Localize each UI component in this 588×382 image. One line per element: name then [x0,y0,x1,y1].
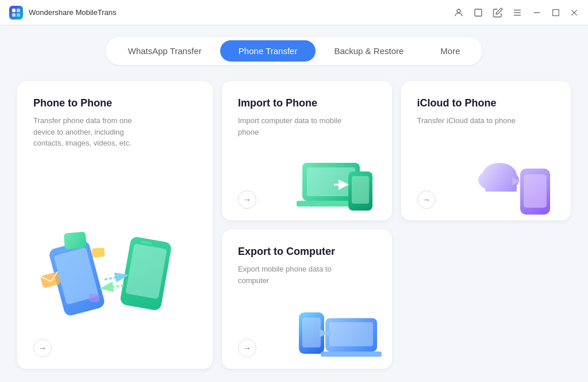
titlebar: Wondershare MobileTrans [0,0,588,25]
svg-rect-0 [12,9,16,12]
window-icon[interactable] [473,7,483,18]
minimize-button[interactable] [532,7,542,18]
svg-rect-5 [475,9,482,16]
svg-rect-39 [329,322,373,346]
maximize-button[interactable] [551,8,560,17]
tab-backup[interactable]: Backup & Restore [316,40,422,62]
app-title: Wondershare MobileTrans [29,8,116,17]
svg-rect-23 [91,247,105,258]
account-icon[interactable] [454,7,464,18]
svg-rect-24 [89,293,100,303]
app-icon [9,6,23,20]
card-export-arrow[interactable]: → [238,339,256,357]
phone-to-phone-illustration [29,213,201,340]
card-icloud-to-phone[interactable]: iCloud to Phone Transfer iCloud data to … [401,81,571,220]
card-phone-to-phone-arrow[interactable]: → [33,339,52,357]
card-icloud-title: iCloud to Phone [417,97,555,109]
nav-tabs: WhatsApp Transfer Phone Transfer Backup … [106,37,482,65]
cards-grid: Phone to Phone Transfer phone data from … [17,81,571,369]
svg-rect-10 [553,9,559,16]
card-import-arrow[interactable]: → [238,190,256,209]
menu-icon[interactable] [512,7,522,18]
titlebar-controls [454,7,579,18]
svg-rect-37 [302,318,321,347]
svg-rect-26 [307,167,355,196]
card-phone-to-phone[interactable]: Phone to Phone Transfer phone data from … [17,81,213,369]
svg-rect-31 [524,174,547,208]
svg-rect-40 [321,352,382,357]
tab-whatsapp[interactable]: WhatsApp Transfer [109,40,220,62]
svg-rect-29 [352,176,369,204]
card-phone-to-phone-desc: Transfer phone data from one device to a… [33,115,148,149]
card-icloud-desc: Transfer iCloud data to phone [417,115,532,127]
svg-point-4 [457,9,460,13]
tab-phone[interactable]: Phone Transfer [220,40,316,62]
edit-icon[interactable] [493,7,503,18]
card-export-to-computer[interactable]: Export to Computer Export mobile phone d… [222,230,392,369]
close-button[interactable] [570,8,579,17]
svg-rect-16 [64,231,87,249]
card-import-title: Import to Phone [238,97,376,109]
svg-rect-1 [17,9,20,12]
svg-rect-2 [12,13,16,17]
card-phone-to-phone-title: Phone to Phone [33,97,197,109]
titlebar-left: Wondershare MobileTrans [9,6,116,20]
main-content: WhatsApp Transfer Phone Transfer Backup … [0,25,588,382]
svg-rect-35 [485,179,517,192]
export-illustration [291,288,383,363]
card-export-desc: Export mobile phone data to computer [238,263,353,286]
card-import-to-phone[interactable]: Import to Phone Import computer data to … [222,81,392,220]
card-export-title: Export to Computer [238,246,376,258]
tab-more[interactable]: More [422,40,478,62]
card-icloud-arrow[interactable]: → [417,190,436,209]
svg-rect-3 [17,13,20,17]
icloud-illustration [470,140,562,215]
import-illustration [291,140,383,215]
card-import-desc: Import computer data to mobile phone [238,115,353,137]
